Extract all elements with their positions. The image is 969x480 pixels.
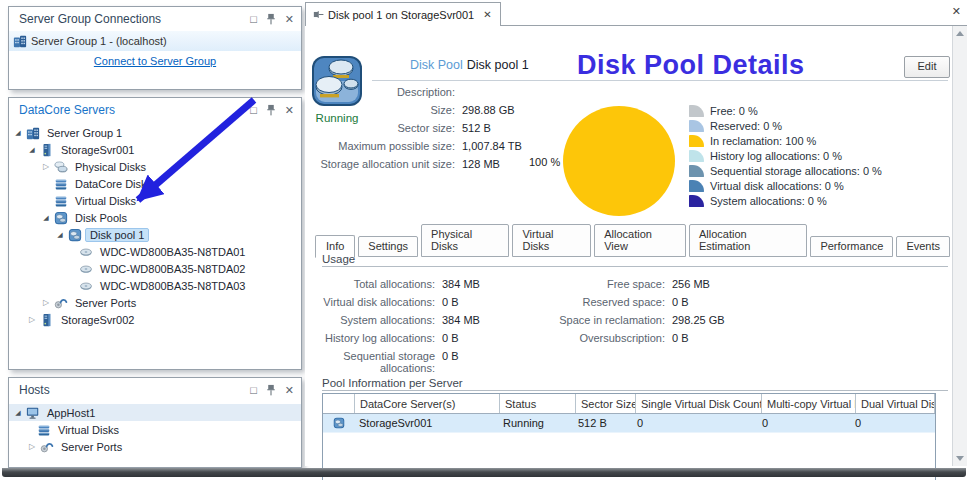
pin-icon[interactable] [266, 104, 276, 116]
usage-value: 0 B [442, 296, 459, 308]
legend-swatch [689, 195, 704, 207]
connect-to-server-group-link[interactable]: Connect to Server Group [9, 55, 301, 67]
table-row[interactable]: StorageSvr001 Running 512 B 0 0 0 [323, 414, 935, 433]
usage-label: Free space: [515, 278, 665, 290]
disk-icon [79, 279, 93, 293]
scroll-up-icon[interactable] [956, 31, 964, 36]
expander-icon[interactable]: ◢ [13, 409, 23, 417]
tree-item-physical-disk-2[interactable]: WDC-WD800BA35-N8TDA02 [9, 260, 301, 277]
tab-virtual-disks[interactable]: Virtual Disks [512, 224, 591, 257]
panel-header: DataCore Servers □ ✕ [9, 98, 301, 122]
usage-value: 0 B [672, 332, 689, 344]
field-label: Storage allocation unit size: [305, 158, 455, 170]
capacity-pie-chart [563, 106, 675, 216]
expander-icon[interactable]: ▷ [41, 162, 51, 171]
usage-label: Total allocations: [305, 278, 435, 290]
tree-item-apphost1[interactable]: ◢ AppHost1 [9, 404, 301, 421]
usage-value: 384 MB [442, 278, 480, 290]
tab-settings[interactable]: Settings [358, 236, 418, 257]
tab-allocation-view[interactable]: Allocation View [594, 224, 686, 257]
tab-allocation-estimation[interactable]: Allocation Estimation [689, 224, 807, 257]
document-area: Disk pool 1 on StorageSvr001 ✕ ✕ Running… [305, 2, 967, 466]
column-header[interactable]: DataCore Server(s) [355, 394, 500, 413]
annotation-title: Disk Pool Details [577, 50, 805, 81]
expander-icon[interactable]: ◢ [27, 146, 37, 154]
tree-item-physical-disk-3[interactable]: WDC-WD800BA35-N8TDA03 [9, 277, 301, 294]
panel-title: DataCore Servers [19, 103, 250, 117]
column-header[interactable]: Sector Size [576, 394, 636, 413]
pool-info-heading: Pool Information per Server [322, 377, 463, 389]
disk-pool-icon [54, 211, 68, 225]
close-document-icon[interactable]: ✕ [952, 5, 961, 18]
close-panel-icon[interactable]: ✕ [285, 105, 294, 116]
tree-item-server-group-1[interactable]: ◢ Server Group 1 [9, 124, 301, 141]
tree-item-physical-disk-1[interactable]: WDC-WD800BA35-N8TDA01 [9, 243, 301, 260]
expander-icon[interactable]: ▷ [27, 442, 37, 451]
field-label: Sector size: [305, 122, 455, 134]
tree-item-disk-pool-1[interactable]: ◢ Disk pool 1 [9, 226, 301, 243]
server-group-connection-item[interactable]: Server Group 1 - (localhost) [9, 31, 301, 51]
tree-item-datacore-disks[interactable]: DataCore Disks [9, 175, 301, 192]
pin-icon[interactable] [266, 384, 276, 396]
column-header[interactable]: Dual Virtual Disk Count [856, 394, 935, 413]
column-header[interactable]: Status [500, 394, 576, 413]
server-ports-icon [40, 440, 54, 454]
close-panel-icon[interactable]: ✕ [285, 385, 294, 396]
document-content: Running Disk PoolDisk pool 1 Disk Pool D… [305, 26, 953, 466]
document-tab-disk-pool-1[interactable]: Disk pool 1 on StorageSvr001 ✕ [305, 2, 501, 26]
expander-icon[interactable]: ▷ [41, 298, 51, 307]
tree-item-disk-pools[interactable]: ◢ Disk Pools [9, 209, 301, 226]
float-window-icon[interactable]: □ [250, 105, 257, 116]
tree-item-host-server-ports[interactable]: ▷ Server Ports [9, 438, 301, 455]
tree-item-storagesvr001[interactable]: ◢ StorageSvr001 [9, 141, 301, 158]
field-value: 298.88 GB [462, 104, 515, 116]
expander-icon[interactable]: ◢ [13, 129, 23, 137]
float-window-icon[interactable]: □ [250, 14, 257, 25]
server-group-connections-panel: Server Group Connections □ ✕ Server Grou… [8, 6, 302, 90]
usage-label: Virtual disk allocations: [305, 296, 435, 308]
server-group-icon [13, 34, 27, 48]
pool-info-table: DataCore Server(s) Status Sector Size Si… [322, 393, 936, 480]
scroll-down-icon[interactable] [956, 456, 964, 461]
close-panel-icon[interactable]: ✕ [285, 14, 294, 25]
tab-performance[interactable]: Performance [810, 236, 893, 257]
panel-header: Server Group Connections □ ✕ [9, 7, 301, 31]
drive-stack-icon [54, 194, 68, 208]
pie-percent-label: 100 % [529, 156, 560, 168]
server-icon [40, 143, 54, 157]
tab-events[interactable]: Events [896, 236, 950, 257]
legend-item: History log allocations: 0 % [689, 149, 842, 162]
usage-value: 298.25 GB [672, 314, 725, 326]
expander-icon[interactable]: ◢ [55, 231, 65, 239]
tree-item-host-virtual-disks[interactable]: Virtual Disks [9, 421, 301, 438]
legend-swatch [689, 105, 704, 117]
server-group-connection-label: Server Group 1 - (localhost) [31, 35, 167, 47]
usage-label: History log allocations: [305, 332, 435, 344]
field-label: Size: [305, 104, 455, 116]
vertical-scrollbar[interactable] [952, 26, 967, 466]
hosts-panel: Hosts □ ✕ ◢ AppHost1 Virtual Disks ▷ Ser… [8, 377, 302, 468]
tree-item-virtual-disks[interactable]: Virtual Disks [9, 192, 301, 209]
close-tab-icon[interactable]: ✕ [483, 9, 491, 20]
datacore-servers-tree: ◢ Server Group 1 ◢ StorageSvr001 ▷ Physi… [9, 122, 301, 328]
pin-icon[interactable] [266, 13, 276, 25]
server-ports-icon [54, 296, 68, 310]
expander-icon[interactable]: ▷ [27, 315, 37, 324]
tree-item-server-ports[interactable]: ▷ Server Ports [9, 294, 301, 311]
float-window-icon[interactable]: □ [250, 385, 257, 396]
edit-button[interactable]: Edit [904, 56, 950, 78]
tab-physical-disks[interactable]: Physical Disks [421, 224, 509, 257]
column-header[interactable]: Multi-copy Virtual Dis... [762, 394, 856, 413]
column-header[interactable]: Single Virtual Disk Count [636, 394, 762, 413]
expander-icon[interactable]: ◢ [41, 214, 51, 222]
drive-stack-icon [54, 177, 68, 191]
tree-item-physical-disks[interactable]: ▷ Physical Disks [9, 158, 301, 175]
application-window: Server Group Connections □ ✕ Server Grou… [0, 0, 969, 480]
legend-item: In reclamation: 100 % [689, 134, 816, 147]
usage-value: 0 B [442, 332, 459, 344]
legend-swatch [689, 120, 704, 132]
usage-label: Reserved space: [515, 296, 665, 308]
cell-status: Running [498, 414, 573, 432]
disk-pool-icon [333, 417, 345, 429]
tree-item-storagesvr002[interactable]: ▷ StorageSvr002 [9, 311, 301, 328]
